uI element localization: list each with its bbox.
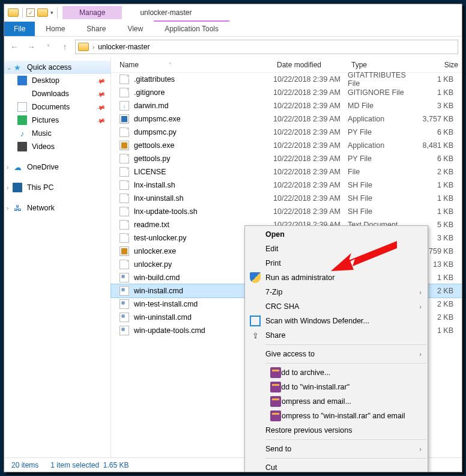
col-type[interactable]: Type [348, 61, 420, 69]
tab-share[interactable]: Share [76, 22, 116, 36]
cm-share[interactable]: ⇪ Share [245, 328, 428, 343]
qat-properties-icon[interactable]: ✓ [26, 8, 35, 17]
file-date: 10/22/2018 2:39 AM [273, 141, 348, 150]
file-icon [120, 194, 129, 203]
cm-print[interactable]: Print [245, 256, 428, 270]
address-bar: ← → ˅ ↑ › unlocker-master [4, 37, 462, 57]
file-row[interactable]: gettools.exe 10/22/2018 2:39 AM Applicat… [111, 139, 462, 152]
qat-newfolder-icon[interactable] [37, 8, 48, 17]
cm-cut[interactable]: Cut [245, 460, 428, 472]
file-row[interactable]: LICENSE 10/22/2018 2:39 AM File 2 KB [111, 165, 462, 178]
file-row[interactable]: lnx-uninstall.sh 10/22/2018 2:39 AM SH F… [111, 192, 462, 205]
tab-application-tools[interactable]: Application Tools [154, 20, 229, 36]
file-name: dumpsmc.py [134, 128, 177, 136]
chevron-right-icon: › [419, 303, 422, 310]
address-field[interactable]: › unlocker-master [75, 40, 458, 54]
nav-back-button[interactable]: ← [8, 40, 21, 53]
nav-forward-button[interactable]: → [25, 40, 38, 53]
file-icon [120, 167, 129, 177]
star-icon: ★ [13, 63, 22, 72]
file-icon [120, 273, 129, 282]
chevron-right-icon[interactable]: › [7, 185, 8, 191]
nav-up-button[interactable]: ↑ [58, 40, 71, 53]
col-date[interactable]: Date modified [273, 61, 348, 69]
nav-quick-access[interactable]: ⌄ ★ Quick access [4, 61, 110, 74]
file-size: 8,481 KB [420, 141, 462, 150]
sidebar-item-pictures[interactable]: Pictures📌 [4, 114, 110, 127]
cm-send-to[interactable]: Send to › [245, 442, 428, 456]
file-name: win-test-install.cmd [134, 300, 198, 308]
file-name: win-update-tools.cmd [134, 326, 205, 335]
file-icon [120, 313, 129, 322]
file-size: 1 KB [420, 88, 462, 97]
cm-7zip[interactable]: 7-Zip › [245, 285, 428, 299]
sidebar-item-downloads[interactable]: Downloads📌 [4, 87, 110, 100]
nav-label: Pictures [32, 116, 59, 124]
file-name: test-unlocker.py [134, 234, 187, 242]
nav-label: Downloads [32, 90, 69, 98]
tab-home[interactable]: Home [35, 22, 76, 36]
file-row[interactable]: lnx-install.sh 10/22/2018 2:39 AM SH Fil… [111, 178, 462, 192]
cm-add-archive[interactable]: Add to archive... [245, 365, 428, 380]
nav-this-pc[interactable]: › This PC [4, 181, 110, 194]
sidebar-item-videos[interactable]: Videos [4, 140, 110, 153]
cm-open[interactable]: Open [245, 227, 428, 242]
nav-label: Music [32, 129, 52, 138]
cm-give-access[interactable]: Give access to › [245, 347, 428, 361]
col-size[interactable]: Size [420, 61, 462, 69]
cm-scan-defender[interactable]: Scan with Windows Defender... [245, 314, 428, 328]
archive-icon [270, 367, 281, 378]
cm-label: Send to [265, 445, 291, 453]
col-name[interactable]: Name ˄ [116, 61, 273, 69]
file-name: win-install.cmd [134, 287, 183, 295]
nav-onedrive[interactable]: › ☁ OneDrive [4, 160, 110, 174]
file-type: MD File [348, 102, 420, 110]
cm-label: Give access to [265, 350, 315, 358]
sidebar-item-music[interactable]: ♪Music [4, 127, 110, 140]
file-size: 6 KB [420, 128, 462, 136]
sidebar-item-desktop[interactable]: Desktop📌 [4, 74, 110, 87]
cm-edit[interactable]: Edit [245, 242, 428, 256]
pin-icon: 📌 [96, 115, 106, 125]
file-name: .gitignore [134, 88, 165, 97]
chevron-right-icon[interactable]: › [7, 164, 8, 171]
nav-network[interactable]: › 🖧 Network [4, 201, 110, 215]
file-icon [120, 114, 129, 124]
cm-run-as-admin[interactable]: Run as administrator [245, 270, 428, 285]
network-icon: 🖧 [13, 203, 22, 213]
file-tab[interactable]: File [4, 22, 35, 36]
file-date: 10/22/2018 2:39 AM [273, 88, 348, 97]
file-name: lnx-uninstall.sh [134, 194, 184, 203]
separator [265, 363, 426, 364]
cm-compress-rar-email[interactable]: Compress to "win-install.rar" and email [245, 409, 428, 423]
qat-dropdown-icon[interactable]: ▾ [50, 10, 53, 16]
address-segment[interactable]: unlocker-master [98, 43, 150, 51]
sidebar-item-documents[interactable]: Documents📌 [4, 100, 110, 114]
cm-label: Add to "win-install.rar" [276, 383, 350, 391]
file-icon [120, 141, 129, 150]
pin-icon: 📌 [96, 76, 106, 85]
file-row[interactable]: .gitattributes 10/22/2018 2:39 AM GITATT… [111, 73, 462, 86]
cm-crc-sha[interactable]: CRC SHA › [245, 299, 428, 314]
file-row[interactable]: dumpsmc.exe 10/22/2018 2:39 AM Applicati… [111, 112, 462, 126]
chevron-down-icon[interactable]: ⌄ [7, 64, 11, 71]
cm-restore-previous[interactable]: Restore previous versions [245, 423, 428, 438]
file-icon [120, 326, 129, 335]
nav-recent-dropdown[interactable]: ˅ [41, 40, 55, 53]
file-type: PY File [348, 154, 420, 163]
tab-view[interactable]: View [116, 22, 154, 36]
file-row[interactable]: gettools.py 10/22/2018 2:39 AM PY File 6… [111, 152, 462, 165]
file-name: unlocker.exe [134, 247, 176, 255]
pin-icon: 📌 [96, 89, 106, 99]
file-row[interactable]: darwin.md 10/22/2018 2:39 AM MD File 3 K… [111, 99, 462, 112]
file-type: SH File [348, 194, 420, 203]
cm-compress-email[interactable]: Compress and email... [245, 394, 428, 409]
file-row[interactable]: dumpsmc.py 10/22/2018 2:39 AM PY File 6 … [111, 126, 462, 139]
chevron-right-icon[interactable]: › [7, 205, 8, 212]
file-name: gettools.exe [134, 141, 174, 150]
cm-add-rar[interactable]: Add to "win-install.rar" [245, 380, 428, 394]
title-bar: ✓ ▾ Manage unlocker-master [4, 4, 462, 21]
chevron-right-icon[interactable]: › [92, 44, 94, 50]
file-row[interactable]: .gitignore 10/22/2018 2:39 AM GITIGNORE … [111, 86, 462, 99]
file-row[interactable]: lnx-update-tools.sh 10/22/2018 2:39 AM S… [111, 205, 462, 218]
